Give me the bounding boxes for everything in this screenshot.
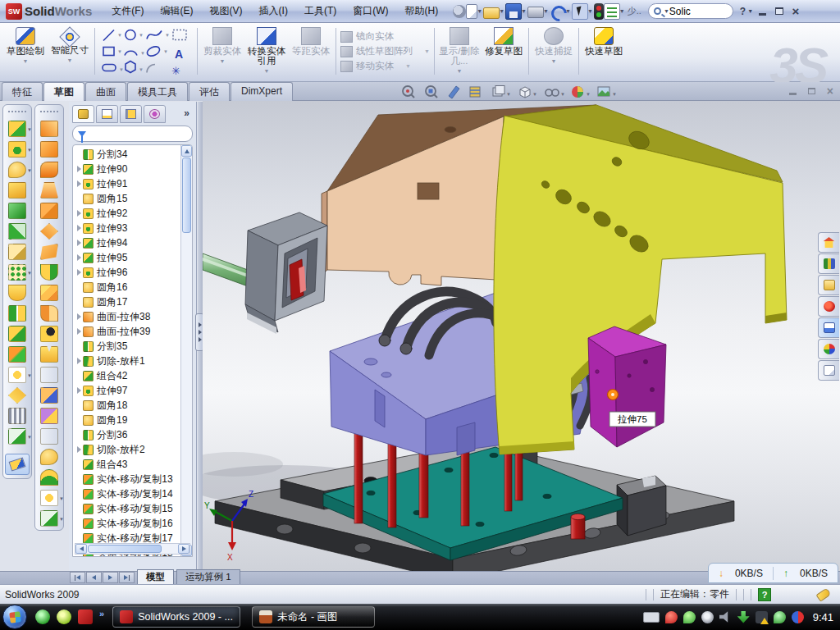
feature-tree-item[interactable]: 实体-移动/复制16 xyxy=(75,516,192,531)
slot-icon[interactable] xyxy=(103,65,116,71)
features-toolbar-button[interactable]: ▼ xyxy=(8,408,26,424)
mold-tools-toolbar-button[interactable]: ▼ xyxy=(40,264,58,281)
task-pane-tab[interactable] xyxy=(818,275,839,295)
mold-tools-toolbar-button[interactable]: ▼ xyxy=(40,162,58,178)
graphics-viewport[interactable]: 拉伸75 Y Z X xyxy=(203,101,840,571)
toolbar-item[interactable]: ▼ xyxy=(572,3,594,20)
toolbar-icon[interactable] xyxy=(453,5,466,18)
mold-tools-toolbar-button[interactable]: ▼ xyxy=(40,285,58,301)
close-button[interactable]: × xyxy=(788,4,804,19)
mold-tools-toolbar-button[interactable]: ▼ xyxy=(40,408,58,424)
mold-tools-toolbar-button[interactable]: ▼ xyxy=(40,223,58,240)
feature-tree-item[interactable]: 组合42 xyxy=(75,368,192,383)
menu-item[interactable]: 视图(V) xyxy=(202,2,251,21)
mold-tools-toolbar-button[interactable]: ▼ xyxy=(40,490,58,506)
dropdown-arrow-icon[interactable]: ▼ xyxy=(543,8,549,14)
magenta-slide-block[interactable] xyxy=(588,326,666,447)
features-toolbar-button[interactable]: ▼ xyxy=(8,326,26,342)
task-pane-tab[interactable] xyxy=(818,253,839,274)
red-pin-standing[interactable] xyxy=(571,514,585,539)
features-toolbar-button[interactable]: ▼ xyxy=(8,367,26,383)
mold-tools-toolbar-button[interactable]: ▼ xyxy=(40,449,58,465)
scroll-thumb[interactable] xyxy=(182,158,191,233)
tray-icon[interactable] xyxy=(774,611,786,623)
apply-scene-icon[interactable]: ▼ xyxy=(598,87,617,97)
rapid-sketch-button[interactable]: 快速草图 xyxy=(582,25,626,78)
expand-arrow-icon[interactable] xyxy=(75,225,83,231)
scroll-up-button[interactable] xyxy=(181,145,192,157)
feature-tree-item[interactable]: 组合43 xyxy=(75,457,192,472)
toolbar-icon[interactable] xyxy=(604,3,620,20)
toolbar-icon[interactable] xyxy=(594,3,604,20)
dropdown-arrow-icon[interactable]: ▼ xyxy=(521,8,527,14)
taskbar-clock[interactable]: 9:41 xyxy=(813,611,833,623)
toolbar-item[interactable]: ▼ xyxy=(550,3,572,20)
first-tab-button[interactable] xyxy=(70,572,85,583)
quick-tips-button[interactable]: ? xyxy=(758,588,771,601)
mold-tools-toolbar-button[interactable]: ▼ xyxy=(40,428,58,445)
tree-filter-box[interactable] xyxy=(72,126,193,142)
model-tab[interactable]: 运动算例 1 xyxy=(176,569,240,584)
toolbar-item[interactable]: ▼ xyxy=(483,4,505,19)
toolbar-icon[interactable] xyxy=(572,3,588,20)
display-delete-relations-button[interactable]: 显示/删除几...▼ xyxy=(437,25,482,78)
ribbon-tab[interactable]: 草图 xyxy=(43,82,84,101)
taskbar-task-button[interactable]: 未命名 - 画图 xyxy=(252,606,375,628)
feature-tree-item[interactable]: 实体-移动/复制15 xyxy=(75,501,192,516)
features-toolbar-button[interactable]: ▼ xyxy=(8,182,26,199)
section-view-icon[interactable] xyxy=(470,87,480,97)
scroll-right-button[interactable] xyxy=(178,544,189,554)
arc-icon[interactable] xyxy=(125,51,137,55)
ribbon-tab[interactable]: 特征 xyxy=(2,82,43,101)
mold-tools-toolbar-button[interactable]: ▼ xyxy=(40,121,58,137)
mirror-entities-button[interactable]: 镜向实体 xyxy=(340,30,430,43)
mold-tools-toolbar-button[interactable]: ▼ xyxy=(40,367,58,383)
toolbar-item[interactable]: ▼ xyxy=(466,4,483,19)
feature-tree-item[interactable]: 曲面-拉伸39 xyxy=(75,324,192,339)
help-button[interactable]: ?▼ xyxy=(738,4,755,19)
zoom-area-icon[interactable] xyxy=(426,86,437,98)
mold-tools-toolbar-button[interactable]: ▼ xyxy=(40,387,58,404)
line-icon[interactable] xyxy=(103,30,114,41)
circle-icon[interactable] xyxy=(126,30,135,40)
tag-icon[interactable] xyxy=(816,587,832,601)
mold-tools-toolbar-button[interactable]: ▼ xyxy=(40,469,58,486)
dropdown-arrow-icon[interactable]: ▼ xyxy=(619,8,625,14)
quick-launch-icon[interactable] xyxy=(78,609,93,624)
ribbon-tab[interactable]: 评估 xyxy=(189,82,230,101)
ribbon-tab[interactable]: DimXpert xyxy=(231,82,293,101)
last-tab-button[interactable] xyxy=(119,572,135,583)
expand-arrow-icon[interactable] xyxy=(75,180,83,187)
prev-tab-button[interactable] xyxy=(86,572,102,583)
tree-vertical-scrollbar[interactable] xyxy=(180,145,192,556)
mold-tools-toolbar-button[interactable]: ▼ xyxy=(40,305,58,322)
rectangle-icon[interactable] xyxy=(103,48,114,56)
feature-tree-item[interactable]: 拉伸95 xyxy=(75,250,192,265)
features-toolbar-button[interactable]: ▼ xyxy=(8,141,26,158)
ribbon-tab[interactable]: 模具工具 xyxy=(127,82,188,101)
measure-button[interactable] xyxy=(5,454,30,475)
tray-icon[interactable] xyxy=(701,611,714,623)
input-method-icon[interactable] xyxy=(643,612,660,623)
expand-arrow-icon[interactable] xyxy=(75,313,83,320)
restore-button[interactable] xyxy=(771,4,788,19)
feature-tree-item[interactable]: 拉伸91 xyxy=(75,176,192,191)
gripper-block[interactable] xyxy=(245,212,327,334)
offset-entities-button[interactable]: 等距实体 xyxy=(289,25,333,78)
sketch-button[interactable]: 草图绘制 ▼ xyxy=(3,25,48,78)
tray-icon[interactable] xyxy=(683,611,696,623)
expand-arrow-icon[interactable] xyxy=(75,269,83,276)
overflow-label[interactable]: 少.. xyxy=(628,5,641,17)
search-input[interactable] xyxy=(669,6,719,17)
mold-tools-toolbar-button[interactable]: ▼ xyxy=(40,182,58,199)
tree-horizontal-scrollbar[interactable] xyxy=(75,543,190,555)
search-dropdown-icon[interactable]: ▼ xyxy=(664,8,669,14)
feature-tree-item[interactable]: 切除-放样2 xyxy=(75,442,192,457)
dropdown-arrow-icon[interactable]: ▼ xyxy=(499,8,504,14)
dimxpert-manager-tab[interactable] xyxy=(144,105,166,123)
mold-tools-toolbar-button[interactable]: ▼ xyxy=(40,244,58,260)
trim-entities-button[interactable]: 剪裁实体▼ xyxy=(200,25,244,78)
feature-tree-item[interactable]: 曲面-拉伸38 xyxy=(75,309,192,324)
features-toolbar-button[interactable]: ▼ xyxy=(8,121,26,137)
mold-tools-toolbar-button[interactable]: ▼ xyxy=(40,203,58,219)
